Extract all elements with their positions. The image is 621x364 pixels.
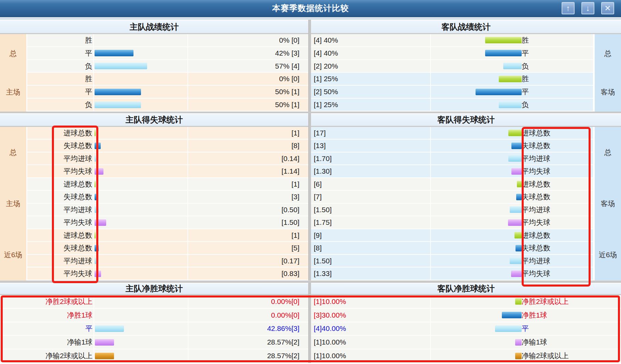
darkblue-stat-bar <box>95 143 101 149</box>
row-value: [1]10.00% <box>311 295 431 308</box>
stat-group: 近6场进球总数[1]失球总数[5]平均进球[0.17]平均失球[0.83] <box>0 229 308 280</box>
scroll-up-button[interactable]: ↑ <box>562 2 575 14</box>
purple-stat-bar <box>95 168 103 175</box>
group-label: 近6场 <box>0 229 27 280</box>
row-label: 平 <box>522 322 621 335</box>
row-label: 胜 <box>27 34 94 46</box>
bar-cell <box>431 99 522 111</box>
lightblue-stat-bar <box>95 102 141 108</box>
bar-cell <box>431 216 522 229</box>
goals-section-header-row: 主队得失球统计 客队得失球统计 <box>0 113 621 127</box>
purple-stat-bar <box>511 271 522 277</box>
row-value: [2] 20% <box>311 60 431 72</box>
row-value: [17] <box>311 127 431 139</box>
row-label: 失球总数 <box>27 242 94 254</box>
bar-cell <box>94 140 188 152</box>
lightblue-stat-bar <box>499 102 522 108</box>
stat-group: [9]进球总数[8]失球总数[1.50]平均进球[1.33]平均失球近6场 <box>311 229 621 280</box>
titlebar-buttons: ↑ ↓ ✕ <box>562 2 621 14</box>
scroll-down-button[interactable]: ↓ <box>581 2 594 14</box>
bar-cell <box>94 349 188 362</box>
row-label: 平 <box>0 322 94 335</box>
lightblue-stat-bar <box>508 155 522 162</box>
row-value: 0.00%[0] <box>188 309 308 322</box>
bar-cell <box>94 255 188 267</box>
bar-cell <box>94 309 188 322</box>
row-value: [1] <box>188 178 308 190</box>
row-label: 平 <box>522 47 594 59</box>
row-label: 净输1球 <box>0 336 94 349</box>
row-value: [13] <box>311 140 431 152</box>
row-label: 进球总数 <box>522 229 594 242</box>
row-value: [1] <box>188 127 308 139</box>
row-value: [1.30] <box>311 165 431 177</box>
green-stat-bar <box>517 181 522 187</box>
darkblue-stat-bar <box>95 245 99 251</box>
bar-cell <box>431 204 522 216</box>
row-label: 平均进球 <box>27 152 94 165</box>
row-value: 42.86%[3] <box>188 322 308 335</box>
row-label: 平均失球 <box>27 165 94 177</box>
stat-group: 总胜0% [0]平42% [3]负57% [4] <box>0 34 308 73</box>
bar-cell <box>431 242 522 254</box>
table-row: [6]进球总数 <box>311 178 594 191</box>
table-row: [1.33]平均失球 <box>311 267 594 280</box>
bar-cell <box>94 86 188 98</box>
row-value: [1]10.00% <box>311 349 431 362</box>
bar-cell <box>431 336 522 349</box>
bar-cell <box>431 309 522 322</box>
stats-comparison-window: 本赛季数据统计比较 ↑ ↓ ✕ 主队战绩统计 客队战绩统计 总胜0% [0]平4… <box>0 0 621 364</box>
bar-cell <box>431 178 522 190</box>
row-value: 42% [3] <box>188 47 308 59</box>
table-row: 平均失球[1.50] <box>27 216 308 229</box>
table-row: 负50% [1] <box>27 99 308 112</box>
row-value: 50% [1] <box>188 99 308 111</box>
bar-cell <box>431 255 522 267</box>
row-value: 0% [0] <box>188 34 308 46</box>
close-button[interactable]: ✕ <box>601 2 614 14</box>
group-label: 近6场 <box>594 229 621 280</box>
window-title: 本赛季数据统计比较 <box>0 3 621 14</box>
row-label: 平均失球 <box>27 267 94 280</box>
row-label: 进球总数 <box>522 178 594 190</box>
row-value: 0% [0] <box>188 73 308 85</box>
green-stat-bar <box>95 232 96 238</box>
row-label: 负 <box>27 60 94 72</box>
row-label: 负 <box>522 60 594 72</box>
table-row: 负57% [4] <box>27 60 308 73</box>
lightblue-stat-bar <box>510 206 522 213</box>
group-label: 总 <box>594 34 621 73</box>
group-label: 客场 <box>594 178 621 229</box>
row-value: [7] <box>311 191 431 203</box>
bar-cell <box>431 165 522 177</box>
row-label: 平均进球 <box>27 204 94 216</box>
row-value: [0.14] <box>188 152 308 165</box>
home-goaldiff-header: 主队净胜球统计 <box>0 283 308 295</box>
bar-cell <box>431 140 522 152</box>
row-value: [1] 25% <box>311 73 431 85</box>
group-label: 主场 <box>0 73 27 111</box>
lightblue-stat-bar <box>95 63 147 69</box>
row-value: [8] <box>311 242 431 254</box>
group-label: 客场 <box>594 73 621 111</box>
row-value: 57% [4] <box>188 60 308 72</box>
row-value: [0.50] <box>188 204 308 216</box>
bar-cell <box>431 73 522 85</box>
darkblue-stat-bar <box>95 89 141 95</box>
bar-cell <box>431 349 522 362</box>
center-divider <box>308 34 311 112</box>
bar-cell <box>431 267 522 280</box>
row-label: 进球总数 <box>522 127 594 139</box>
row-value: 28.57%[2] <box>188 349 308 362</box>
table-row: [8]失球总数 <box>311 242 594 255</box>
table-row: 平均进球[0.17] <box>27 255 308 268</box>
row-label: 平均失球 <box>522 165 594 177</box>
lightblue-stat-bar <box>510 258 522 264</box>
row-label: 进球总数 <box>27 229 94 242</box>
table-row: 净输1球28.57%[2] <box>0 336 308 349</box>
table-row: 进球总数[1] <box>27 178 308 191</box>
row-label: 平 <box>522 86 594 98</box>
table-row: [13]失球总数 <box>311 140 594 152</box>
stat-group: [6]进球总数[7]失球总数[1.50]平均进球[1.75]平均失球客场 <box>311 178 621 229</box>
green-stat-bar <box>515 298 522 305</box>
